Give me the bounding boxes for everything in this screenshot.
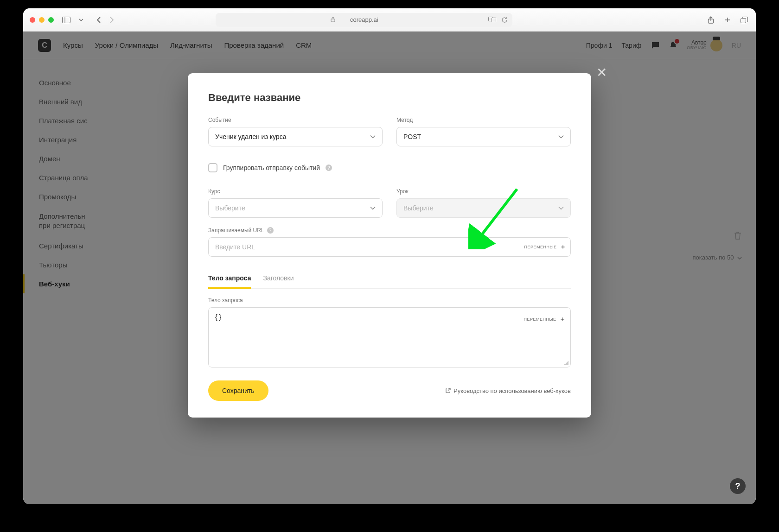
tab-body[interactable]: Тело запроса [208,270,251,289]
chevron-down-icon [370,135,376,139]
event-select[interactable]: Ученик удален из курса [208,127,383,146]
minimize-window-icon[interactable] [39,17,45,23]
browser-window: coreapp.ai [23,8,756,504]
chevron-down-icon [558,207,564,210]
translate-icon[interactable] [488,17,497,23]
forward-icon[interactable] [107,15,117,25]
help-icon[interactable]: ? [267,227,274,234]
group-events-checkbox[interactable] [208,163,217,172]
method-select[interactable]: POST [396,127,571,146]
svg-rect-2 [331,19,335,22]
modal-title: Введите название [208,92,571,104]
close-window-icon[interactable] [30,17,35,23]
lesson-select[interactable]: Выберите [396,198,571,218]
plus-icon: ＋ [560,243,567,251]
course-label: Курс [208,188,383,195]
lock-icon [331,17,335,22]
help-icon[interactable]: ? [326,165,332,171]
url-input[interactable]: Введите URL [208,237,571,257]
body-textarea[interactable]: { } ПЕРЕМЕННЫЕ ＋ [208,307,571,367]
method-label: Метод [396,117,571,123]
tabs-icon[interactable] [739,15,749,25]
chevron-down-icon [370,207,376,210]
course-select[interactable]: Выберите [208,198,383,218]
url-label: Запрашиваемый URL ? [208,227,571,234]
url-text: coreapp.ai [350,16,378,23]
guide-link[interactable]: Руководство по использованию веб-хуков [445,387,571,394]
page: C Курсы Уроки / Олимпиады Лид-магниты Пр… [23,32,756,504]
address-bar[interactable]: coreapp.ai [216,13,512,27]
group-events-label: Группировать отправку событий [223,164,320,171]
variables-button[interactable]: ПЕРЕМЕННЫЕ ＋ [524,243,566,251]
help-fab[interactable]: ? [730,478,746,494]
window-controls[interactable] [30,17,54,23]
plus-icon: ＋ [559,315,566,323]
back-icon[interactable] [94,15,104,25]
close-icon[interactable]: ✕ [596,65,607,80]
save-button[interactable]: Сохранить [208,380,268,401]
lesson-label: Урок [396,188,571,195]
chevron-down-icon[interactable] [76,15,86,25]
sidebar-toggle-icon[interactable] [61,15,71,25]
request-tabs: Тело запроса Заголовки [208,270,571,289]
svg-rect-6 [741,18,746,23]
svg-rect-0 [63,17,70,23]
reload-icon[interactable] [501,17,508,23]
webhook-modal: ✕ Введите название Событие Ученик удален… [188,73,591,418]
body-label: Тело запроса [208,297,571,304]
browser-toolbar: coreapp.ai [23,8,756,32]
new-tab-icon[interactable] [722,15,733,25]
svg-rect-4 [492,18,496,22]
event-label: Событие [208,117,383,123]
external-link-icon [445,388,451,393]
chevron-down-icon [558,135,564,139]
group-events-row[interactable]: Группировать отправку событий ? [208,163,571,172]
share-icon[interactable] [706,15,716,25]
tab-headers[interactable]: Заголовки [263,270,294,288]
variables-button[interactable]: ПЕРЕМЕННЫЕ ＋ [524,315,566,323]
zoom-window-icon[interactable] [48,17,54,23]
